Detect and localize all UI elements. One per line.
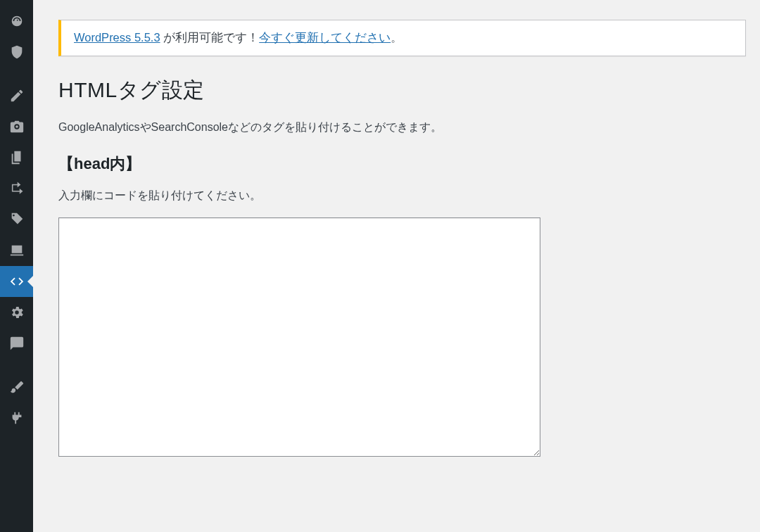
brush-icon [9,379,25,395]
page-title: HTMLタグ設定 [58,76,746,105]
sidebar-item-plugins[interactable] [0,403,33,433]
wordpress-version-link[interactable]: WordPress 5.5.3 [74,31,160,44]
sidebar-item-users[interactable] [0,235,33,266]
sidebar-item-share[interactable] [0,173,33,204]
plugin-icon [9,410,25,426]
sidebar-item-html-tags[interactable] [0,266,33,297]
gear-icon [9,305,25,320]
section-head-title: 【head内】 [58,153,746,175]
admin-sidebar [0,0,33,532]
sidebar-item-appearance[interactable] [0,372,33,403]
notice-mid: が利用可能です！ [160,31,260,44]
share-icon [9,181,25,196]
dashboard-icon [9,13,25,29]
head-code-textarea[interactable] [58,217,540,457]
code-icon [9,274,25,289]
tag-icon [9,212,25,227]
shield-icon [9,44,25,60]
page-description: GoogleAnalyticsやSearchConsoleなどのタグを貼り付ける… [58,120,746,135]
user-icon [9,243,25,258]
sidebar-item-settings[interactable] [0,297,33,328]
pages-icon [9,150,25,165]
comment-icon [9,336,25,351]
notice-suffix: 。 [391,31,403,44]
main-content: WordPress 5.5.3 が利用可能です！今すぐ更新してください。 HTM… [33,0,760,532]
pencil-icon [9,88,25,103]
sidebar-item-security[interactable] [0,37,33,68]
sidebar-item-dashboard[interactable] [0,6,33,37]
camera-icon [9,119,25,134]
sidebar-item-comments[interactable] [0,328,33,359]
input-instruction: 入力欄にコードを貼り付けてください。 [58,189,746,203]
update-now-link[interactable]: 今すぐ更新してください [259,31,391,44]
sidebar-item-pages[interactable] [0,142,33,173]
sidebar-item-tags[interactable] [0,204,33,235]
sidebar-item-posts[interactable] [0,80,33,111]
update-notice: WordPress 5.5.3 が利用可能です！今すぐ更新してください。 [58,20,746,56]
sidebar-item-media[interactable] [0,111,33,142]
